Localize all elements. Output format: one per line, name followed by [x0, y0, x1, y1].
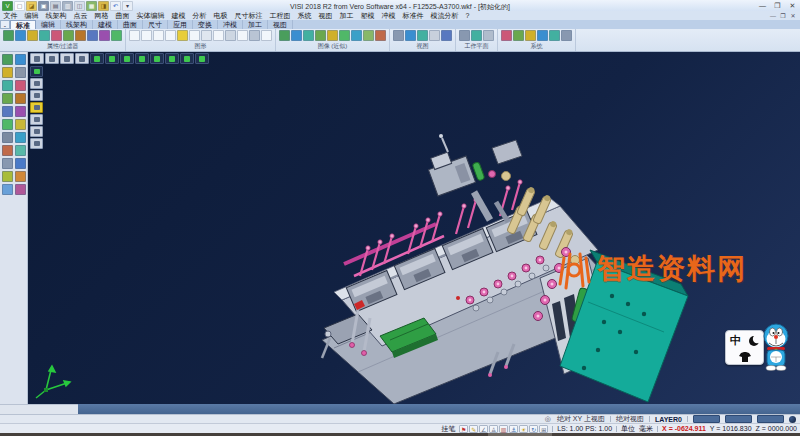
ribbon-icon-1-10[interactable] [249, 30, 260, 41]
pawn-icon[interactable]: ♙ [489, 425, 498, 433]
menu-item-10[interactable]: 尺寸标注 [231, 11, 266, 20]
menu-item-5[interactable]: 曲面 [112, 11, 133, 20]
tab-1[interactable]: 编辑 [36, 20, 61, 29]
tab-0[interactable]: 标准 [10, 20, 36, 29]
ribbon-icon-1-2[interactable] [153, 30, 164, 41]
ribbon-icon-2-8[interactable] [375, 30, 386, 41]
ribbon-icon-1-11[interactable] [261, 30, 272, 41]
select-toolbar-icon-0[interactable] [30, 66, 43, 77]
menu-item-19[interactable]: ? [462, 11, 473, 20]
ribbon-icon-2-2[interactable] [303, 30, 314, 41]
dock-icon-13[interactable] [15, 132, 26, 143]
ribbon-icon-1-9[interactable] [237, 30, 248, 41]
dock-icon-1[interactable] [15, 54, 26, 65]
menu-item-16[interactable]: 冲模 [378, 11, 399, 20]
ribbon-icon-0-4[interactable] [51, 30, 62, 41]
angle-icon[interactable]: ∠ [479, 425, 488, 433]
tab-5[interactable]: 尺寸 [143, 20, 168, 29]
menu-item-8[interactable]: 分析 [189, 11, 210, 20]
ribbon-icon-3-0[interactable] [393, 30, 404, 41]
ribbon-icon-1-7[interactable] [213, 30, 224, 41]
view-toolbar-icon-8[interactable] [150, 53, 164, 64]
ribbon-icon-2-6[interactable] [351, 30, 362, 41]
view-toolbar-icon-6[interactable] [120, 53, 134, 64]
ribbon-icon-1-1[interactable] [141, 30, 152, 41]
units-value[interactable]: 毫米 [639, 424, 653, 434]
view-toolbar-icon-7[interactable] [135, 53, 149, 64]
customize-dropdown-icon[interactable]: ▾ [122, 1, 133, 11]
select-toolbar-icon-3[interactable] [30, 102, 43, 113]
minimize-button[interactable]: — [755, 1, 770, 11]
ribbon-icon-3-1[interactable] [405, 30, 416, 41]
select-toolbar-icon-2[interactable] [30, 90, 43, 101]
menu-item-11[interactable]: 工程图 [266, 11, 294, 20]
view-toolbar-icon-9[interactable] [165, 53, 179, 64]
ribbon-icon-4-2[interactable] [483, 30, 494, 41]
rotate-icon[interactable]: ↻ [529, 425, 538, 433]
view-toolbar-icon-1[interactable] [45, 53, 59, 64]
skin-icon[interactable] [739, 352, 751, 362]
dock-icon-6[interactable] [2, 93, 13, 104]
dock-icon-17[interactable] [15, 158, 26, 169]
ribbon-icon-3-2[interactable] [417, 30, 428, 41]
ribbon-icon-5-5[interactable] [561, 30, 572, 41]
tab-9[interactable]: 加工 [243, 20, 268, 29]
select-toolbar-icon-6[interactable] [30, 138, 43, 149]
ribbon-icon-3-3[interactable] [429, 30, 440, 41]
menu-item-12[interactable]: 系统 [294, 11, 315, 20]
ribbon-icon-2-7[interactable] [363, 30, 374, 41]
copy-icon[interactable]: ◫ [74, 1, 85, 11]
menu-item-14[interactable]: 加工 [336, 11, 357, 20]
select-toolbar-icon-5[interactable] [30, 126, 43, 137]
save-all-icon[interactable]: ▥ [62, 1, 73, 11]
dock-icon-9[interactable] [15, 106, 26, 117]
menu-item-17[interactable]: 标准件 [399, 11, 427, 20]
tab-4[interactable]: 曲面 [118, 20, 143, 29]
menu-item-2[interactable]: 线架构 [42, 11, 70, 20]
visi-logo-icon[interactable]: V [2, 1, 13, 11]
ribbon-icon-2-1[interactable] [291, 30, 302, 41]
mdi-close-button[interactable]: ✕ [788, 12, 798, 20]
dock-icon-21[interactable] [15, 184, 26, 195]
snap-label[interactable]: 挂笔 [441, 424, 455, 434]
ribbon-icon-5-2[interactable] [525, 30, 536, 41]
tab-3[interactable]: 建模 [93, 20, 118, 29]
mdi-restore-button[interactable]: ❐ [778, 12, 788, 20]
tab-8[interactable]: 冲模 [218, 20, 243, 29]
collapse-ribbon-button[interactable]: - [0, 20, 10, 29]
ime-mode-label[interactable]: 中 [730, 333, 741, 348]
tab-10[interactable]: 视图 [268, 20, 293, 29]
dock-icon-16[interactable] [2, 158, 13, 169]
tab-7[interactable]: 变换 [193, 20, 218, 29]
menu-item-18[interactable]: 模流分析 [427, 11, 462, 20]
menu-item-13[interactable]: 视图 [315, 11, 336, 20]
status-field-3[interactable] [757, 415, 784, 423]
restore-button[interactable]: ❐ [770, 1, 785, 11]
mdi-minimize-button[interactable]: — [768, 12, 778, 20]
dock-icon-20[interactable] [2, 184, 13, 195]
status-field-1[interactable] [693, 415, 720, 423]
ribbon-icon-5-0[interactable] [501, 30, 512, 41]
ribbon-icon-1-4[interactable] [177, 30, 188, 41]
layer-indicator[interactable]: LAYER0 [655, 416, 682, 423]
view-toolbar-icon-5[interactable] [105, 53, 119, 64]
dock-icon-10[interactable] [2, 119, 13, 130]
flag-icon[interactable]: ⚑ [459, 425, 468, 433]
select-toolbar-icon-1[interactable] [30, 78, 43, 89]
save-icon[interactable]: ▣ [38, 1, 49, 11]
ribbon-icon-1-0[interactable] [129, 30, 140, 41]
ribbon-icon-5-4[interactable] [549, 30, 560, 41]
dock-icon-2[interactable] [2, 67, 13, 78]
status-field-2[interactable] [725, 415, 752, 423]
close-button[interactable]: ✕ [785, 1, 800, 11]
ribbon-icon-5-3[interactable] [537, 30, 548, 41]
ribbon-icon-1-8[interactable] [225, 30, 236, 41]
dock-icon-14[interactable] [2, 145, 13, 156]
ribbon-icon-4-1[interactable] [471, 30, 482, 41]
new-document-icon[interactable]: ▢ [14, 1, 25, 11]
pen-icon[interactable]: ✎ [469, 425, 478, 433]
view-toolbar-icon-11[interactable] [195, 53, 209, 64]
ribbon-icon-0-7[interactable] [87, 30, 98, 41]
view-toolbar-icon-2[interactable] [60, 53, 74, 64]
ribbon-icon-2-5[interactable] [339, 30, 350, 41]
